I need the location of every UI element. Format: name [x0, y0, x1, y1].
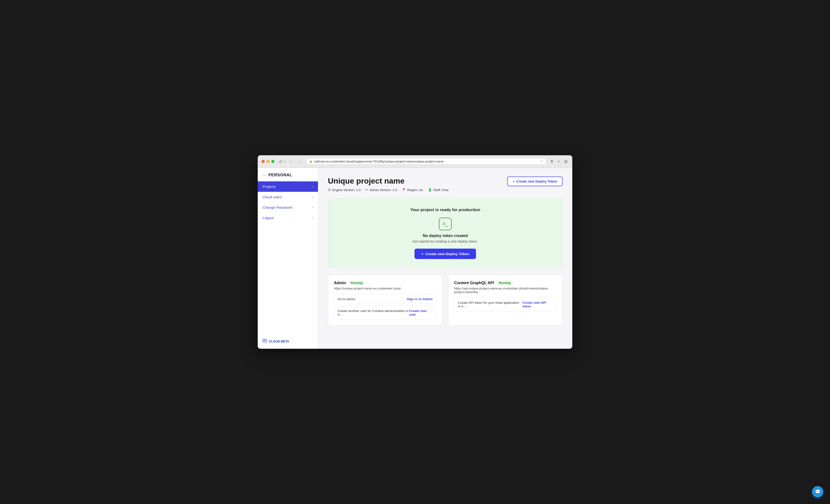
- create-deploy-token-button[interactable]: + Create new Deploy Token: [507, 176, 563, 186]
- traffic-lights: [262, 160, 275, 163]
- admin-card-header: Admin Running: [334, 281, 436, 285]
- sidebar-back-arrow[interactable]: ←: [262, 173, 266, 177]
- sidebar-nav: Projects › Cloud users › Change Password…: [258, 181, 318, 334]
- grid-icon[interactable]: ⊞: [563, 159, 568, 164]
- sidebar-item-label: Logout: [262, 216, 274, 220]
- minimize-button[interactable]: [266, 160, 269, 163]
- plus-icon: +: [421, 252, 423, 256]
- sidebar-title: PERSONAL: [268, 173, 292, 177]
- region: 📍 Region: eu: [402, 188, 423, 192]
- admin-status-badge: Running: [348, 281, 365, 285]
- cards-grid: Admin Running https://unique-project-nam…: [328, 275, 563, 326]
- sidebar-item-logout[interactable]: Logout ›: [258, 212, 318, 223]
- admin-action-create-user: Create another user for Content administ…: [334, 306, 436, 320]
- plus-icon: +: [513, 179, 514, 183]
- admin-card: Admin Running https://unique-project-nam…: [328, 275, 442, 326]
- page-header-left: Unique project name ⚙ Engine Version: 1.…: [328, 176, 449, 192]
- sign-in-to-admin-link[interactable]: Sign in to Admin: [407, 297, 433, 301]
- production-banner: Your project is ready for production >_ …: [328, 199, 563, 268]
- admin-action-go-to-admin: Go to admin Sign in to Admin: [334, 294, 436, 304]
- sidebar-header: ← PERSONAL: [258, 168, 318, 181]
- graphql-action-api-token: Create API token for your head applicati…: [454, 298, 556, 311]
- sidebar-item-cloud-users[interactable]: Cloud users ›: [258, 192, 318, 202]
- sidebar-item-label: Projects: [262, 184, 276, 189]
- browser-actions: ⬆ + ⊞: [549, 159, 568, 164]
- create-token-label: Create new Deploy Token: [516, 179, 557, 183]
- no-token-title: No deploy token created: [338, 234, 553, 238]
- add-tab-icon[interactable]: +: [557, 159, 561, 164]
- admin-card-title: Admin: [334, 281, 346, 285]
- terminal-icon-wrap: >_: [338, 217, 553, 230]
- admin-action-label-2: Create another user for Content administ…: [338, 309, 409, 316]
- graphql-status-badge: Running: [496, 281, 513, 285]
- create-new-user-link[interactable]: Create new user: [409, 309, 433, 316]
- graphql-card-title: Content GraphQL API: [454, 281, 494, 285]
- browser-navigation: ⊡ ▾ ← →: [279, 159, 303, 164]
- chat-icon: 💬: [815, 489, 821, 495]
- location-icon: 📍: [402, 188, 406, 192]
- dollar-icon: 💲: [428, 188, 432, 192]
- create-new-api-token-link[interactable]: Create new API token: [522, 301, 553, 308]
- address-bar[interactable]: 🔒 selfcare.eu.contember.cloud/org/person…: [306, 158, 546, 165]
- page-header: Unique project name ⚙ Engine Version: 1.…: [328, 176, 563, 192]
- admin-card-url: https://unique-project-name.eu.contember…: [334, 287, 436, 290]
- svg-rect-0: [263, 339, 267, 342]
- sidebar-item-label: Change Password: [262, 205, 292, 209]
- region-text: Region: eu: [407, 188, 423, 192]
- forward-button[interactable]: →: [296, 159, 303, 164]
- sidebar-item-change-password[interactable]: Change Password ›: [258, 202, 318, 212]
- tariff: 💲 Tariff: Free: [428, 188, 449, 192]
- sidebar: ← PERSONAL Projects › Cloud users › Chan…: [258, 168, 318, 349]
- pencil-icon: ✏: [365, 188, 368, 192]
- share-icon[interactable]: ⬆: [549, 159, 554, 164]
- url-text: selfcare.eu.contember.cloud/org/personal…: [314, 160, 539, 163]
- close-button[interactable]: [262, 160, 265, 163]
- admin-version-text: Admin Version: 1.0: [370, 188, 397, 192]
- graphql-action-label-1: Create API token for your head applicati…: [458, 301, 522, 308]
- chevron-right-icon: ›: [312, 206, 313, 209]
- graphql-card: Content GraphQL API Running https://api-…: [448, 275, 563, 326]
- sidebar-footer: CLOUD BETA: [258, 334, 318, 349]
- chat-fab-button[interactable]: 💬: [812, 486, 823, 497]
- banner-title: Your project is ready for production: [338, 207, 553, 212]
- chevron-right-icon: ›: [312, 195, 313, 199]
- sidebar-toggle-icon[interactable]: ⊡: [279, 160, 282, 164]
- tariff-text: Tariff: Free: [433, 188, 449, 192]
- engine-version-text: Engine Version: 1.0: [332, 188, 360, 192]
- no-token-desc: Get started by creating a new deploy tok…: [338, 239, 553, 243]
- cloud-beta-icon: [262, 339, 267, 344]
- gear-icon: ⚙: [328, 188, 331, 192]
- browser-chrome: ⊡ ▾ ← → 🔒 selfcare.eu.contember.cloud/or…: [258, 155, 572, 168]
- sidebar-item-label: Cloud users: [262, 195, 282, 199]
- chevron-right-icon: ›: [312, 216, 313, 220]
- back-button[interactable]: ←: [288, 159, 294, 164]
- refresh-icon[interactable]: ↻: [541, 160, 543, 163]
- admin-action-label-1: Go to admin: [338, 297, 355, 301]
- banner-create-label: Create new Deploy Token: [425, 252, 469, 256]
- project-meta: ⚙ Engine Version: 1.0 ✏ Admin Version: 1…: [328, 188, 449, 192]
- graphql-card-header: Content GraphQL API Running: [454, 281, 556, 285]
- graphql-card-url: https://api-unique-project-name.eu.conte…: [454, 287, 556, 294]
- cloud-beta-label: CLOUD BETA: [269, 340, 289, 343]
- sidebar-item-projects[interactable]: Projects ›: [258, 181, 318, 192]
- app-layout: ← PERSONAL Projects › Cloud users › Chan…: [258, 168, 572, 349]
- terminal-icon: >_: [439, 217, 451, 230]
- page-title: Unique project name: [328, 176, 449, 186]
- chevron-right-icon: ›: [312, 185, 313, 189]
- lock-icon: 🔒: [309, 160, 313, 163]
- chevron-down-icon: ▾: [284, 160, 286, 163]
- maximize-button[interactable]: [271, 160, 275, 163]
- engine-version: ⚙ Engine Version: 1.0: [328, 188, 360, 192]
- main-content: Unique project name ⚙ Engine Version: 1.…: [318, 168, 572, 349]
- admin-version: ✏ Admin Version: 1.0: [365, 188, 397, 192]
- banner-create-token-button[interactable]: + Create new Deploy Token: [415, 248, 476, 259]
